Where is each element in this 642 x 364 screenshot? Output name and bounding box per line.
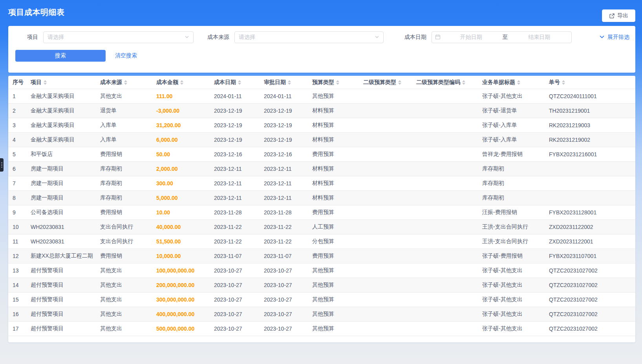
- cell-cost-date: 2023-12-11: [210, 195, 260, 201]
- cell-project: 房建一期项目: [26, 194, 96, 201]
- drawer-handle[interactable]: [0, 158, 4, 172]
- column-header[interactable]: 成本金额: [152, 79, 210, 86]
- cell-budget-type: 其他预算: [308, 296, 359, 303]
- end-date-input[interactable]: 结束日期: [510, 34, 569, 41]
- cell-source: 入库单: [96, 122, 152, 129]
- cost-source-select[interactable]: 请选择: [234, 31, 384, 43]
- table-row: 2金融大厦采购项目退货单-3,000.002023-12-192023-12-1…: [8, 104, 635, 118]
- column-header-label: 单号: [549, 79, 560, 86]
- export-icon: [609, 13, 615, 19]
- cell-doc-title: 库存期初: [478, 180, 545, 187]
- column-header[interactable]: 成本日期: [210, 79, 260, 86]
- cell-doc-title: 张子硕-其他支出: [478, 282, 545, 289]
- cell-doc-no: RK20231219003: [545, 122, 635, 128]
- column-header-label: 成本日期: [214, 79, 236, 86]
- cell-approve-date: 2023-12-19: [260, 137, 308, 143]
- sort-carets-icon[interactable]: [398, 80, 401, 85]
- table-body: 1金融大厦采购项目其他支出111.002024-01-112024-01-11其…: [8, 89, 635, 336]
- sort-carets-icon[interactable]: [44, 80, 47, 85]
- cell-approve-date: 2023-11-22: [260, 224, 308, 230]
- cell-no: 17: [8, 326, 26, 332]
- table-header-row: 序号项目成本来源成本金额成本日期审批日期预算类型二级预算类型二级预算类型编码业务…: [8, 76, 635, 89]
- cell-amount: 300.00: [152, 180, 210, 187]
- cell-doc-title: 王洪-支出合同执行: [478, 238, 545, 245]
- filter-panel: 项目 请选择 成本来源 请选择 成本日期 开始日期 至 结束日期: [8, 26, 635, 73]
- sort-carets-icon[interactable]: [180, 80, 183, 85]
- cell-doc-no: RK20231219002: [545, 137, 635, 143]
- cell-amount: 31,200.00: [152, 122, 210, 128]
- cell-no: 8: [8, 195, 26, 201]
- sort-carets-icon[interactable]: [124, 80, 127, 85]
- cell-no: 7: [8, 180, 26, 187]
- cell-doc-no: QTZC20231027002: [545, 267, 635, 274]
- column-header[interactable]: 审批日期: [260, 79, 308, 86]
- cell-source: 其他支出: [96, 282, 152, 289]
- cell-cost-date: 2023-11-22: [210, 238, 260, 245]
- cell-no: 4: [8, 137, 26, 143]
- cell-amount: 400,000,000.00: [152, 311, 210, 317]
- column-header[interactable]: 二级预算类型: [359, 79, 412, 86]
- cell-doc-no: QTZC20240111001: [545, 93, 635, 99]
- cell-cost-date: 2023-12-11: [210, 180, 260, 187]
- table-row: 14超付预警项目其他支出200,000,000.002023-10-272023…: [8, 278, 635, 293]
- column-header[interactable]: 二级预算类型编码: [412, 79, 478, 86]
- cell-doc-no: QTZC20231027002: [545, 282, 635, 288]
- column-header-label: 成本来源: [100, 79, 122, 86]
- table-row: 1金融大厦采购项目其他支出111.002024-01-112024-01-11其…: [8, 89, 635, 104]
- column-header[interactable]: 业务单据标题: [478, 79, 545, 86]
- export-button[interactable]: 导出: [602, 9, 635, 22]
- calendar-icon: [435, 34, 441, 41]
- cell-no: 12: [8, 253, 26, 259]
- cell-source: 费用报销: [96, 209, 152, 216]
- search-button[interactable]: 搜索: [15, 50, 106, 62]
- sort-carets-icon[interactable]: [462, 80, 465, 85]
- column-header[interactable]: 预算类型: [308, 79, 359, 86]
- cell-approve-date: 2023-10-27: [260, 326, 308, 332]
- cell-doc-title: 张子硕-其他支出: [478, 93, 545, 100]
- column-header: 序号: [8, 79, 26, 86]
- cell-source: 支出合同执行: [96, 223, 152, 230]
- cell-no: 15: [8, 296, 26, 303]
- column-header-label: 二级预算类型: [363, 79, 396, 86]
- column-header-label: 业务单据标题: [482, 79, 515, 86]
- cell-approve-date: 2023-12-11: [260, 166, 308, 172]
- cell-approve-date: 2023-11-22: [260, 238, 308, 245]
- cell-amount: 40,000.00: [152, 224, 210, 230]
- column-header[interactable]: 成本来源: [96, 79, 152, 86]
- cell-doc-no: QTZC20231027002: [545, 326, 635, 332]
- project-select[interactable]: 请选择: [43, 31, 194, 43]
- clear-search-link[interactable]: 清空搜索: [115, 52, 137, 59]
- cell-no: 5: [8, 151, 26, 157]
- cell-doc-title: 张子硕-其他支出: [478, 296, 545, 303]
- table-row: 5和平饭店费用报销50.002023-12-162023-12-16费用预算曾祥…: [8, 147, 635, 162]
- cell-amount: 2,000.00: [152, 166, 210, 172]
- date-range-separator: 至: [500, 34, 510, 41]
- cell-amount: 10.00: [152, 209, 210, 216]
- chevron-down-icon: [375, 34, 379, 40]
- export-button-label: 导出: [617, 12, 628, 19]
- cost-date-range-input[interactable]: 开始日期 至 结束日期: [432, 31, 572, 43]
- cost-date-filter-label: 成本日期: [401, 34, 426, 41]
- cell-doc-no: TH20231219001: [545, 108, 635, 114]
- cell-approve-date: 2023-12-11: [260, 180, 308, 187]
- cell-source: 库存期初: [96, 180, 152, 187]
- expand-filters-link[interactable]: 展开筛选: [599, 34, 629, 41]
- cell-cost-date: 2023-12-11: [210, 166, 260, 172]
- cell-no: 3: [8, 122, 26, 128]
- cell-source: 库存期初: [96, 165, 152, 172]
- sort-carets-icon[interactable]: [238, 80, 241, 85]
- cell-source: 其他支出: [96, 93, 152, 100]
- cell-amount: 500,000,000.00: [152, 326, 210, 332]
- sort-carets-icon[interactable]: [288, 80, 291, 85]
- start-date-input[interactable]: 开始日期: [442, 34, 500, 41]
- cell-approve-date: 2023-10-27: [260, 296, 308, 303]
- cell-approve-date: 2023-11-07: [260, 253, 308, 259]
- cell-source: 其他支出: [96, 311, 152, 318]
- sort-carets-icon[interactable]: [562, 80, 565, 85]
- cell-no: 11: [8, 238, 26, 245]
- sort-carets-icon[interactable]: [517, 80, 520, 85]
- column-header[interactable]: 单号: [545, 79, 635, 86]
- cell-budget-type: 材料预算: [308, 194, 359, 201]
- column-header[interactable]: 项目: [26, 79, 96, 86]
- sort-carets-icon[interactable]: [336, 80, 339, 85]
